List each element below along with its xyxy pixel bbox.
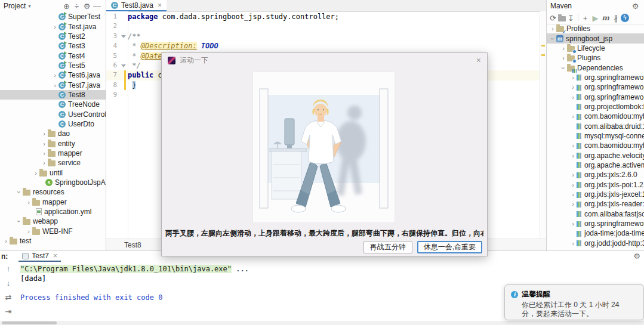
- up-stacktrace-icon[interactable]: ↑: [4, 264, 14, 273]
- fight-five-more-minutes-button[interactable]: 再战五分钟: [363, 241, 412, 253]
- maven-lightning-icon[interactable]: ϟ: [621, 14, 629, 22]
- tree-item-mysql-mysql-connecto[interactable]: mysql:mysql-connecto: [547, 131, 644, 141]
- tree-item-org-projectlombok-lom[interactable]: org.projectlombok:lom: [547, 102, 644, 112]
- chevron-right-icon[interactable]: ›: [51, 72, 58, 79]
- tree-item-test2[interactable]: Test2: [0, 32, 106, 41]
- reimport-maven-icon[interactable]: ⟳: [548, 14, 558, 23]
- chevron-right-icon[interactable]: ›: [549, 25, 556, 32]
- tree-item-profiles[interactable]: ›Profiles: [547, 24, 644, 33]
- run-tab-test7[interactable]: Test7 ×: [19, 251, 61, 262]
- maven-settings-icon[interactable]: ⚙: [630, 2, 640, 11]
- tree-item-org-apache-activemq-a[interactable]: org.apache.activemq:a: [547, 160, 644, 170]
- tree-item-org-apache-velocity-vel[interactable]: ›org.apache.velocity:vel: [547, 150, 644, 160]
- console-settings-icon[interactable]: ⚙: [633, 252, 640, 261]
- chevron-right-icon[interactable]: ›: [41, 150, 48, 157]
- chevron-right-icon[interactable]: ›: [569, 74, 577, 81]
- scrollbar-thumb[interactable]: [2, 321, 57, 324]
- code-line[interactable]: 4 * @Description: TODO: [106, 41, 540, 51]
- tree-item-springboot-jsp[interactable]: ›springboot_jsp: [547, 33, 644, 43]
- tree-item-service[interactable]: ›service: [0, 158, 106, 168]
- down-stacktrace-icon[interactable]: ↓: [4, 278, 14, 287]
- chevron-down-icon[interactable]: ›: [16, 218, 23, 225]
- tree-item-com-alibaba-druid-1-1-6[interactable]: com.alibaba:druid:1.1.6: [547, 121, 644, 131]
- todo-stripe-mark[interactable]: [541, 54, 545, 56]
- chevron-right-icon[interactable]: ›: [32, 169, 39, 177]
- locate-file-icon[interactable]: ⊕: [61, 2, 72, 11]
- tree-item-resources[interactable]: ›resources: [0, 187, 106, 197]
- tree-item-springbootjspapplica[interactable]: SpringbootJspApplica: [0, 178, 106, 187]
- tree-item-treenode[interactable]: TreeNode: [0, 100, 106, 109]
- chevron-right-icon[interactable]: ›: [51, 23, 58, 30]
- tree-item-org-springframework-b[interactable]: ›org.springframework.b: [547, 92, 644, 101]
- settings-icon[interactable]: ⚙: [82, 2, 92, 11]
- chevron-right-icon[interactable]: ›: [41, 159, 48, 166]
- hide-panel-icon[interactable]: —: [92, 2, 102, 11]
- tree-item-plugins[interactable]: ›Plugins: [547, 53, 644, 63]
- scroll-to-end-icon[interactable]: ⇥: [4, 307, 14, 316]
- tree-item-test-java[interactable]: ›Test.java: [0, 21, 106, 31]
- chevron-right-icon[interactable]: ›: [569, 200, 577, 208]
- code-line[interactable]: 3/**: [106, 32, 540, 41]
- chevron-right-icon[interactable]: ›: [560, 45, 567, 52]
- chevron-right-icon[interactable]: ›: [25, 199, 32, 206]
- tree-item-supertest[interactable]: SuperTest: [0, 12, 106, 21]
- tree-item-com-alibaba-fastjson-1[interactable]: com.alibaba:fastjson:1.: [547, 209, 644, 219]
- todo-stripe-mark[interactable]: [541, 45, 545, 47]
- chevron-right-icon[interactable]: ›: [569, 240, 577, 247]
- rest-a-while-button[interactable]: 休息一会,命重要: [417, 241, 482, 253]
- collapse-all-icon[interactable]: ÷: [72, 2, 82, 11]
- chevron-right-icon[interactable]: ›: [41, 140, 48, 147]
- fold-icon[interactable]: [121, 64, 126, 67]
- chevron-down-icon[interactable]: ›: [549, 35, 556, 42]
- tree-item-org-jxls-jxls-jexcel-1-0-8[interactable]: ›org.jxls:jxls-jexcel:1.0.8: [547, 190, 644, 199]
- chevron-right-icon[interactable]: ›: [25, 228, 32, 235]
- close-tab-icon[interactable]: ×: [158, 1, 162, 10]
- tree-item-mapper[interactable]: ›mapper: [0, 148, 106, 158]
- code-line[interactable]: 1package com.dada.springboot_jsp.study.c…: [106, 12, 540, 21]
- soft-wrap-icon[interactable]: ⇄: [4, 293, 14, 302]
- tree-item-org-springframework-b[interactable]: ›org.springframework.b: [547, 82, 644, 92]
- code-line[interactable]: 2: [106, 21, 540, 31]
- chevron-right-icon[interactable]: ›: [569, 113, 577, 120]
- chevron-right-icon[interactable]: ›: [569, 83, 577, 91]
- tree-item-test4[interactable]: Test4: [0, 51, 106, 60]
- run-maven-build-icon[interactable]: ▶: [590, 14, 600, 23]
- work-time-notification[interactable]: i 温馨提醒 你已经累计工作 0 天 1 小时 24 分，要起来活动一下。: [504, 284, 644, 320]
- tree-item-com-baomidou-mybati[interactable]: ›com.baomidou:mybati: [547, 141, 644, 150]
- dialog-title-bar[interactable]: 运动一下 ×: [162, 53, 487, 67]
- tree-item-test5[interactable]: Test5: [0, 61, 106, 70]
- tree-item-test6-java[interactable]: ›Test6.java: [0, 70, 106, 80]
- tree-item-usercontroller[interactable]: UserController: [0, 109, 106, 119]
- chevron-right-icon[interactable]: ›: [569, 191, 577, 198]
- tree-item-joda-time-joda-time-2[interactable]: joda-time:joda-time:2.: [547, 228, 644, 238]
- add-maven-project-icon[interactable]: +: [580, 14, 590, 23]
- skip-tests-icon[interactable]: ∦: [611, 14, 621, 23]
- tree-item-webapp[interactable]: ›webapp: [0, 216, 106, 226]
- tree-item-test8[interactable]: Test8: [0, 90, 106, 100]
- chevron-right-icon[interactable]: ›: [569, 171, 577, 178]
- tree-item-application-yml[interactable]: application.yml: [0, 207, 106, 216]
- tree-item-until[interactable]: ›until: [0, 168, 106, 178]
- tree-item-org-springframework-b[interactable]: ›org.springframework.b: [547, 219, 644, 228]
- breadcrumb-class[interactable]: Test8: [106, 241, 141, 249]
- error-stripe[interactable]: [540, 11, 546, 239]
- chevron-right-icon[interactable]: ›: [569, 94, 577, 101]
- fold-icon[interactable]: [121, 35, 126, 38]
- tree-item-dependencies[interactable]: ›Dependencies: [547, 63, 644, 72]
- tree-item-entity[interactable]: ›entity: [0, 138, 106, 148]
- tree-item-dao[interactable]: ›dao: [0, 129, 106, 138]
- chevron-right-icon[interactable]: ›: [560, 54, 567, 61]
- tree-item-org-jxls-jxls-reader-2-0-5[interactable]: ›org.jxls:jxls-reader:2.0.5: [547, 199, 644, 209]
- project-title-dropdown-icon[interactable]: ▾: [28, 3, 31, 9]
- execute-maven-goal-icon[interactable]: m: [600, 14, 611, 22]
- chevron-right-icon[interactable]: ›: [569, 220, 577, 227]
- tree-item-test3[interactable]: Test3: [0, 41, 106, 51]
- chevron-down-icon[interactable]: ›: [16, 188, 23, 196]
- editor-tab-test8[interactable]: Test8.java ×: [106, 0, 167, 11]
- chevron-right-icon[interactable]: ›: [51, 82, 58, 89]
- download-sources-icon[interactable]: ↧: [566, 14, 576, 23]
- tree-item-userdto[interactable]: UserDto: [0, 119, 106, 129]
- close-tab-icon[interactable]: ×: [53, 252, 57, 260]
- tree-item-mapper[interactable]: ›mapper: [0, 197, 106, 207]
- chevron-right-icon[interactable]: ›: [41, 130, 48, 137]
